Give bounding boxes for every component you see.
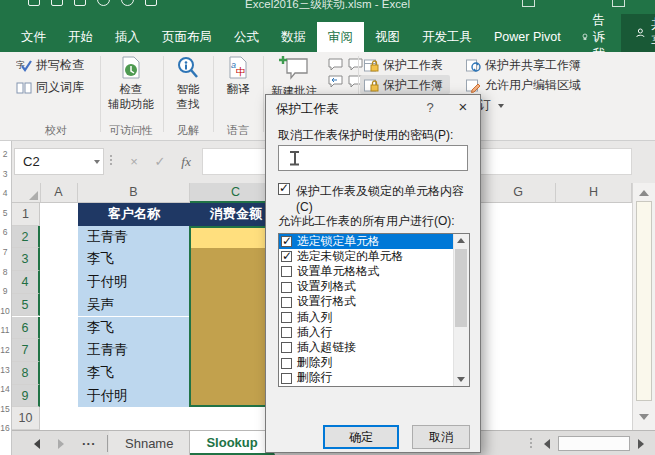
allow-option-2[interactable]: 选定未锁定的单元格 xyxy=(279,249,456,264)
row-header-7[interactable]: 7 xyxy=(12,339,40,362)
option-checkbox-icon[interactable] xyxy=(281,342,292,353)
next-sheet-icon[interactable] xyxy=(58,439,64,449)
column-header-A[interactable]: A xyxy=(40,183,78,202)
protect-contents-label: 保护工作表及锁定的单元格内容(C) xyxy=(296,183,474,214)
cell-B7[interactable]: 王青青 xyxy=(78,339,190,362)
option-checkbox-icon[interactable] xyxy=(281,373,292,384)
language-group: 语言 xyxy=(215,52,261,141)
list-scroll-thumb[interactable] xyxy=(455,249,467,327)
select-all-corner[interactable] xyxy=(12,183,41,202)
option-checkbox-icon[interactable] xyxy=(281,251,292,262)
ribbon-tab-视图[interactable]: 视图 xyxy=(364,22,411,52)
sheet-overflow-button[interactable]: ... xyxy=(82,433,96,448)
hscroll-right-icon[interactable] xyxy=(638,439,644,449)
row-header-10[interactable]: 10 xyxy=(12,407,40,430)
previous-comment-icon[interactable] xyxy=(328,75,343,88)
ribbon-tab-数据[interactable]: 数据 xyxy=(270,22,317,52)
row-header-5[interactable]: 5 xyxy=(12,294,40,317)
cell-B8[interactable]: 李飞 xyxy=(78,362,190,385)
row-header-9[interactable]: 9 xyxy=(12,385,40,408)
option-checkbox-icon[interactable] xyxy=(281,236,292,247)
column-header-G[interactable]: G xyxy=(481,183,556,202)
column-header-H[interactable]: H xyxy=(556,183,632,202)
allow-option-3[interactable]: 设置单元格格式 xyxy=(279,264,456,279)
name-box[interactable]: C2 xyxy=(14,148,104,175)
option-checkbox-icon[interactable] xyxy=(281,297,292,308)
share-button[interactable]: 共享 xyxy=(621,14,655,52)
row-header-4[interactable]: 4 xyxy=(12,271,40,294)
list-scroll-up-icon[interactable] xyxy=(457,238,465,243)
cancel-button[interactable]: 取消 xyxy=(412,425,470,449)
vertical-scrollbar[interactable] xyxy=(632,183,655,430)
ok-button[interactable]: 确定 xyxy=(323,425,399,449)
option-checkbox-icon[interactable] xyxy=(281,312,292,323)
next-comment-icon[interactable] xyxy=(348,58,363,71)
row-header-6[interactable]: 6 xyxy=(12,317,40,340)
formula-bar-splitter[interactable] xyxy=(110,155,112,165)
tell-me-box[interactable]: 告诉我 xyxy=(572,22,622,52)
ribbon-tab-插入[interactable]: 插入 xyxy=(104,22,151,52)
allow-option-7[interactable]: 插入行 xyxy=(279,325,456,340)
ribbon-tab-公式[interactable]: 公式 xyxy=(223,22,270,52)
allow-option-6[interactable]: 插入列 xyxy=(279,310,456,325)
row-header-8[interactable]: 8 xyxy=(12,362,40,385)
protect-contents-checkbox[interactable]: 保护工作表及锁定的单元格内容(C) xyxy=(278,183,474,214)
tab-scrollbar-splitter[interactable] xyxy=(530,438,532,448)
scroll-up-icon[interactable] xyxy=(639,190,649,196)
vertical-scroll-thumb[interactable] xyxy=(636,201,652,401)
row-header-3[interactable]: 3 xyxy=(12,248,40,271)
dialog-help-button[interactable]: ? xyxy=(422,100,438,115)
cell-B1[interactable]: 客户名称 xyxy=(78,203,190,226)
insert-function-button[interactable]: fx xyxy=(174,148,198,175)
dialog-close-icon[interactable]: × xyxy=(454,98,472,115)
row-header-1[interactable]: 1 xyxy=(12,203,40,226)
password-input[interactable] xyxy=(278,145,468,171)
cell-B9[interactable]: 于付明 xyxy=(78,385,190,408)
dialog-list-scrollbar[interactable] xyxy=(453,234,469,386)
name-box-dropdown-icon[interactable] xyxy=(87,155,103,169)
sheet-tab-Shname[interactable]: Shname xyxy=(109,431,190,455)
cell-B2[interactable]: 王青青 xyxy=(78,226,190,249)
protect-sheet-button[interactable]: 保护工作表 xyxy=(364,57,443,74)
allow-options-list[interactable]: 选定锁定单元格选定未锁定的单元格设置单元格格式设置列格式设置行格式插入列插入行插… xyxy=(278,233,470,387)
name-box-value: C2 xyxy=(15,154,87,169)
ribbon-tab-开发工具[interactable]: 开发工具 xyxy=(411,22,483,52)
ribbon-tab-页面布局[interactable]: 页面布局 xyxy=(151,22,223,52)
protect-workbook-button[interactable]: 保护工作簿 xyxy=(364,77,443,94)
cell-B6[interactable]: 李飞 xyxy=(78,317,190,340)
cell-B3[interactable]: 李飞 xyxy=(78,248,190,271)
enter-entry-button[interactable]: ✓ xyxy=(148,148,172,175)
new-comment-button[interactable]: 新建批注 xyxy=(266,56,322,99)
prev-sheet-icon[interactable] xyxy=(34,439,40,449)
sheet-tab-Slookup[interactable]: Slookup xyxy=(190,431,274,455)
ribbon-tab-Power Pivot[interactable]: Power Pivot xyxy=(483,22,572,52)
option-checkbox-icon[interactable] xyxy=(281,358,292,369)
cancel-entry-button[interactable]: × xyxy=(122,148,146,175)
allow-option-9[interactable]: 删除列 xyxy=(279,356,456,371)
allow-option-5[interactable]: 设置行格式 xyxy=(279,295,456,310)
restore-window-icon[interactable] xyxy=(522,0,535,7)
hscroll-left-icon[interactable] xyxy=(544,439,550,449)
scroll-down-icon[interactable] xyxy=(639,414,649,420)
cell-B4[interactable]: 于付明 xyxy=(78,271,190,294)
checkbox-icon[interactable] xyxy=(278,183,290,195)
ribbon-tab-开始[interactable]: 开始 xyxy=(57,22,104,52)
allow-option-1[interactable]: 选定锁定单元格 xyxy=(279,234,456,249)
allow-option-4[interactable]: 设置列格式 xyxy=(279,280,456,295)
ribbon-tab-文件[interactable]: 文件 xyxy=(10,22,57,52)
option-checkbox-icon[interactable] xyxy=(281,266,292,277)
close-window-icon[interactable] xyxy=(612,0,625,7)
allow-edit-ranges-button[interactable]: 允许用户编辑区域 xyxy=(466,77,581,94)
delete-comment-icon[interactable] xyxy=(328,58,343,71)
option-checkbox-icon[interactable] xyxy=(281,327,292,338)
allow-option-8[interactable]: 插入超链接 xyxy=(279,340,456,355)
cell-B5[interactable]: 吴声 xyxy=(78,294,190,317)
list-scroll-down-icon[interactable] xyxy=(457,377,465,382)
allow-option-10[interactable]: 删除行 xyxy=(279,371,456,386)
ribbon-tab-审阅[interactable]: 审阅 xyxy=(317,22,364,52)
protect-share-workbook-button[interactable]: 保护并共享工作簿 xyxy=(466,57,581,74)
row-header-2[interactable]: 2 xyxy=(12,226,40,249)
column-header-B[interactable]: B xyxy=(78,183,190,202)
horizontal-scroll-thumb[interactable] xyxy=(558,436,630,451)
option-checkbox-icon[interactable] xyxy=(281,282,292,293)
